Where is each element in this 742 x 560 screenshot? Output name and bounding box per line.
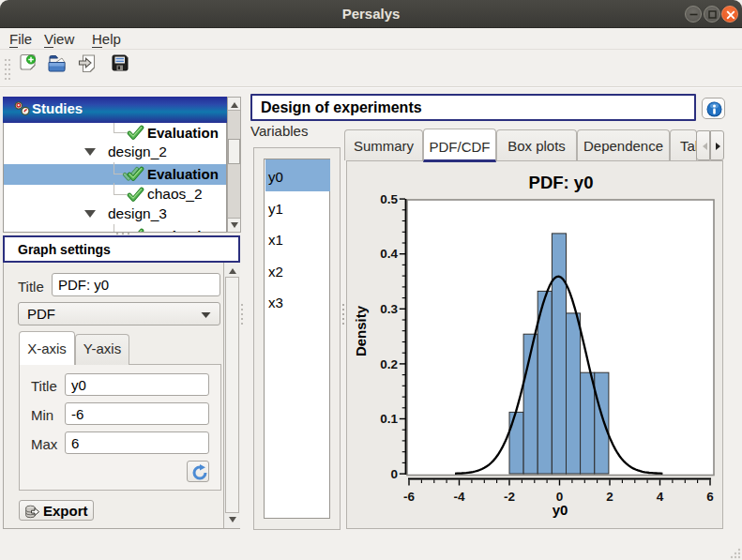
svg-text:0.2: 0.2	[380, 357, 398, 371]
svg-text:4: 4	[657, 490, 664, 504]
svg-text:2: 2	[606, 490, 613, 504]
svg-text:-6: -6	[403, 490, 415, 504]
svg-text:-4: -4	[453, 490, 464, 504]
svg-text:6: 6	[706, 490, 714, 504]
svg-text:y0: y0	[553, 502, 568, 518]
svg-text:0.3: 0.3	[380, 302, 398, 316]
svg-text:0: 0	[390, 467, 398, 481]
svg-text:0.4: 0.4	[380, 247, 398, 261]
svg-text:Density: Density	[353, 305, 369, 356]
svg-text:PDF: y0: PDF: y0	[529, 173, 594, 192]
svg-text:0.1: 0.1	[380, 412, 398, 426]
svg-text:0.5: 0.5	[380, 192, 398, 206]
svg-text:-2: -2	[504, 490, 515, 504]
